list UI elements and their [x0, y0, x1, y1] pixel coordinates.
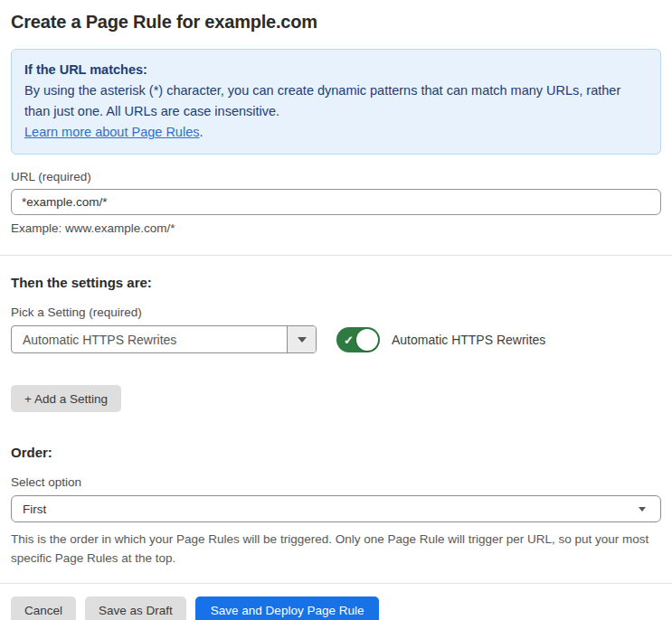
select-option-label: Select option — [11, 475, 661, 489]
save-deploy-button[interactable]: Save and Deploy Page Rule — [195, 597, 380, 620]
url-input[interactable] — [11, 189, 661, 215]
add-setting-button[interactable]: + Add a Setting — [11, 385, 121, 412]
toggle-knob — [356, 329, 378, 351]
info-box-body: By using the asterisk (*) character, you… — [24, 80, 648, 122]
create-page-rule-form: Create a Page Rule for example.com If th… — [0, 0, 672, 620]
settings-section-heading: Then the settings are: — [11, 275, 661, 290]
order-section-heading: Order: — [11, 445, 661, 460]
link-period: . — [199, 125, 203, 139]
url-match-info-box: If the URL matches: By using the asteris… — [11, 49, 661, 155]
save-draft-button[interactable]: Save as Draft — [85, 597, 186, 620]
setting-select-arrow-button[interactable] — [287, 326, 316, 352]
info-box-link-row: Learn more about Page Rules. — [24, 122, 648, 143]
info-box-heading: If the URL matches: — [24, 60, 648, 80]
setting-toggle[interactable]: ✓ — [336, 327, 380, 352]
section-divider — [0, 255, 672, 256]
toggle-label: Automatic HTTPS Rewrites — [392, 333, 545, 347]
cancel-button[interactable]: Cancel — [11, 597, 76, 620]
setting-select[interactable]: Automatic HTTPS Rewrites — [11, 325, 317, 353]
page-title: Create a Page Rule for example.com — [11, 12, 661, 33]
check-icon: ✓ — [344, 333, 354, 345]
setting-row: Automatic HTTPS Rewrites ✓ Automatic HTT… — [11, 325, 661, 353]
order-select-value: First — [23, 503, 46, 516]
pick-setting-label: Pick a Setting (required) — [11, 305, 661, 319]
chevron-down-icon — [298, 337, 307, 343]
footer-actions: Cancel Save as Draft Save and Deploy Pag… — [11, 597, 661, 620]
url-helper-text: Example: www.example.com/* — [11, 221, 661, 235]
url-label: URL (required) — [11, 170, 661, 183]
setting-select-value: Automatic HTTPS Rewrites — [12, 333, 176, 347]
chevron-down-icon — [639, 507, 646, 512]
order-helper-text: This is the order in which your Page Rul… — [11, 530, 658, 568]
learn-more-link[interactable]: Learn more about Page Rules — [24, 125, 199, 139]
footer-divider — [0, 583, 672, 584]
order-select[interactable]: First — [11, 495, 661, 522]
